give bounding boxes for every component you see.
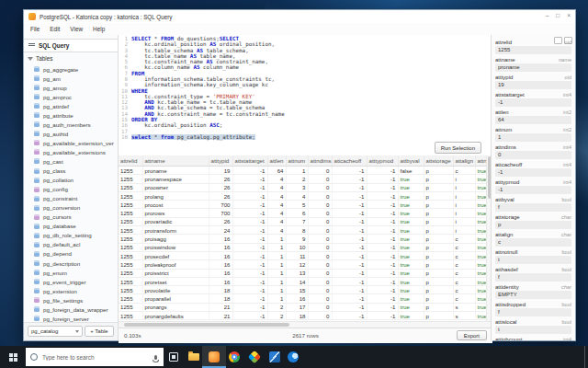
sidebar-table-item[interactable]: pg_database — [24, 222, 118, 231]
field-value-input[interactable]: c — [495, 238, 571, 247]
field-value-input[interactable]: 1255 — [495, 46, 571, 54]
horizontal-scrollbar[interactable] — [119, 321, 492, 328]
sidebar-table-item[interactable]: pg_amproc — [24, 92, 118, 101]
menu-item[interactable]: Edit — [50, 26, 60, 32]
titlebar[interactable]: PostgreSQL - Katonica copy : katonica : … — [24, 10, 575, 23]
table-row[interactable]: 1255proiswindow16-11100-1-1truepctrue — [119, 243, 486, 251]
sql-editor[interactable]: 1SELECT * FROM do_questions;SELECT2 kc.o… — [119, 36, 486, 141]
vscode-icon — [269, 351, 280, 362]
sidebar-table-item[interactable]: pg_event_trigger — [24, 277, 118, 286]
field-value-input[interactable]: EMPTY — [495, 291, 571, 299]
schema-select[interactable]: pg_catalog — [28, 326, 83, 337]
tableplus-app-button[interactable] — [208, 351, 220, 363]
table-row[interactable]: 1255proisstrict16-11130-1-1truepctrue — [119, 269, 486, 277]
sidebar-table-item[interactable]: pg_foreign_data_wrapper — [24, 305, 118, 314]
horizontal-scrollbar-thumb[interactable] — [124, 323, 289, 327]
menubar: FileEditViewHelp — [24, 23, 575, 36]
table-row[interactable]: 1255protransform24-1480-1-1truepitrue — [119, 226, 486, 235]
table-row[interactable]: 1255proowner26-1430-1-1truepitrue — [119, 183, 486, 191]
table-row[interactable]: 1255procost700-1450-1-1truepitrue — [119, 201, 486, 209]
table-row[interactable]: 1255provariadic26-1470-1-1truepitrue — [119, 217, 486, 225]
sidebar-table-item[interactable]: pg_db_role_setting — [24, 231, 118, 240]
minimize-button[interactable]: – — [546, 12, 549, 18]
export-button[interactable]: Export — [457, 330, 487, 340]
close-button[interactable]: × — [567, 12, 571, 18]
table-row[interactable]: 1255pronargdefaults21-12180-1-1truepstru… — [119, 312, 486, 320]
sidebar-table-item[interactable]: pg_foreign_server — [24, 314, 118, 322]
table-row[interactable]: 1255proparallel18-11160-1-1truepctrue — [119, 294, 486, 303]
field-value-input[interactable]: f — [495, 308, 571, 316]
sidebar-item-sql-query[interactable]: SQL Query — [24, 39, 118, 52]
field-value-input[interactable]: 1 — [495, 133, 571, 142]
sidebar-table-item[interactable]: pg_enum — [24, 268, 118, 277]
sidebar-table-item[interactable]: pg_class — [24, 167, 118, 176]
desktop: PostgreSQL - Katonica copy : katonica : … — [0, 0, 588, 368]
add-table-button[interactable]: + Table — [85, 326, 114, 337]
sidebar-table-item[interactable]: pg_collation — [24, 176, 118, 185]
sidebar-table-item[interactable]: pg_attribute — [24, 110, 118, 120]
sidebar-table-item[interactable]: pg_available_extension_ver — [24, 138, 118, 147]
sidebar-table-item[interactable]: pg_description — [24, 259, 118, 268]
field-value-input[interactable]: 19 — [495, 81, 571, 89]
table-row[interactable]: 1255proleakproof16-11120-1-1truepctrue — [119, 260, 486, 269]
sidebar-table-item[interactable]: pg_cast — [24, 156, 118, 166]
run-selection-button[interactable]: Run Selection — [435, 142, 481, 154]
sidebar-table-item[interactable]: pg_aggregate — [24, 64, 118, 74]
table-row[interactable]: 1255prosecdef16-11110-1-1truepctrue — [119, 251, 486, 259]
table-row[interactable]: 1255proname19-16410-1-1falsepctrue — [119, 167, 486, 175]
edge-button[interactable] — [287, 351, 300, 363]
sidebar-table-item[interactable]: pg_auth_members — [24, 120, 118, 129]
menu-item[interactable]: Help — [93, 26, 105, 32]
file-explorer-button[interactable] — [187, 351, 200, 363]
table-name-label: pg_attrdef — [43, 103, 69, 109]
field-value-input[interactable]: 0 — [495, 151, 571, 159]
sidebar-table-item[interactable]: pg_attrdef — [24, 101, 118, 110]
table-row[interactable]: 1255pronamespace26-1420-1-1truepitrue — [119, 175, 486, 183]
table-name-label: pg_aggregate — [43, 66, 78, 73]
field-value-input[interactable]: t — [495, 256, 571, 264]
task-view-button[interactable] — [167, 351, 180, 363]
field-value-input[interactable]: 64 — [495, 116, 571, 124]
maximize-button[interactable]: □ — [556, 12, 560, 18]
table-row[interactable]: 1255pronargs21-12170-1-1truepstrue — [119, 303, 486, 311]
sidebar-table-item[interactable]: pg_constraint — [24, 194, 118, 203]
sidebar-table-item[interactable]: pg_config — [24, 185, 118, 194]
table-row[interactable]: 1255prolang26-1440-1-1truepitrue — [119, 191, 486, 200]
show-desktop-button[interactable] — [584, 346, 588, 368]
taskbar-search[interactable]: Type here to search — [26, 348, 164, 366]
table-icon — [34, 112, 40, 118]
pinwheel-app-button[interactable] — [248, 351, 261, 363]
start-button[interactable] — [0, 346, 26, 368]
table-row[interactable]: 1255proretset16-11140-1-1truepctrue — [119, 277, 486, 285]
tables-section-header[interactable]: Tables — [28, 55, 52, 62]
sidebar-table-item[interactable]: pg_cursors — [24, 213, 118, 222]
field-value-input[interactable]: p — [495, 221, 571, 229]
sidebar-table-item[interactable]: pg_file_settings — [24, 295, 118, 305]
field-value-input[interactable]: f — [495, 273, 571, 282]
field-value-input[interactable]: -1 — [495, 168, 571, 177]
table-row[interactable]: 1255prorows700-1460-1-1truepitrue — [119, 209, 486, 217]
chrome-button[interactable] — [228, 351, 241, 363]
sidebar-table-item[interactable]: pg_available_extensions — [24, 147, 118, 156]
table-row[interactable]: 1255provolatile18-11150-1-1truepctrue — [119, 286, 486, 294]
sidebar-table-item[interactable]: pg_authid — [24, 129, 118, 138]
field-value-input[interactable]: proname — [495, 63, 571, 72]
menu-item[interactable]: File — [30, 26, 40, 32]
grid-header-row[interactable]: attrelidattnameatttypidattstattargetattl… — [119, 155, 486, 167]
sidebar-table-item[interactable]: pg_conversion — [24, 203, 118, 213]
field-value-input[interactable]: -1 — [495, 98, 571, 107]
microphone-icon[interactable] — [154, 355, 157, 360]
table-row[interactable]: 1255proisagg16-1190-1-1truepctrue — [119, 235, 486, 243]
field-value-input[interactable]: -1 — [495, 186, 571, 194]
sidebar-table-item[interactable]: pg_extension — [24, 286, 118, 295]
menu-item[interactable]: View — [70, 26, 83, 32]
vscode-button[interactable] — [268, 351, 281, 363]
table-icon — [34, 316, 40, 321]
sidebar-table-item[interactable]: pg_am — [24, 74, 118, 83]
sidebar-table-item[interactable]: pg_amop — [24, 83, 118, 92]
sidebar-table-item[interactable]: pg_default_acl — [24, 240, 118, 249]
sidebar-table-item[interactable]: pg_depend — [24, 249, 118, 259]
active-app-slot[interactable] — [202, 346, 226, 368]
field-value-input[interactable]: t — [495, 326, 571, 334]
field-value-input[interactable]: f — [495, 203, 571, 212]
